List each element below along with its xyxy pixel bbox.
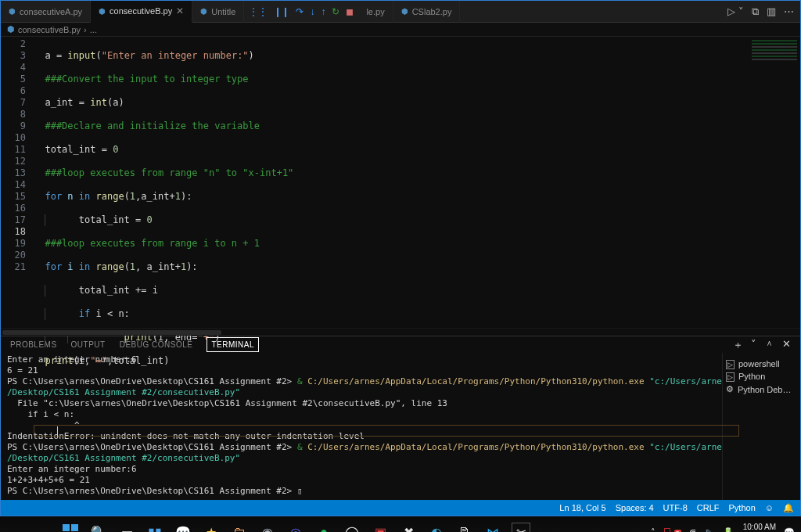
tab-label: Untitle (211, 7, 235, 16)
tab-label: le.py (366, 7, 384, 16)
tab-label: consecutiveA.py (20, 7, 82, 16)
breadcrumb[interactable]: ⬢ consecutiveB.py › ... (1, 23, 800, 37)
python-icon: ⬢ (401, 7, 408, 16)
tab-consecutiveA[interactable]: ⬢consecutiveA.py (1, 1, 91, 23)
minimap[interactable] (745, 37, 800, 328)
clock[interactable]: 10:00 AM1/24/2022 (742, 523, 777, 532)
tab-le[interactable]: le.py (358, 1, 393, 23)
maximize-panel-icon[interactable]: ＾ (764, 338, 774, 352)
breadcrumb-more: ... (90, 25, 97, 34)
current-line (34, 425, 739, 437)
editor[interactable]: 23456789101112131415161718192021 a = inp… (1, 37, 800, 328)
python-icon: ⬢ (200, 7, 207, 16)
restart-icon[interactable]: ↻ (332, 6, 339, 17)
tab-cslab2[interactable]: ⬢CSlab2.py (393, 1, 461, 23)
bell-icon[interactable]: 🔔 (783, 503, 794, 513)
code-area[interactable]: a = input("Enter an integer number:") ##… (34, 37, 745, 328)
line-gutter: 23456789101112131415161718192021 (1, 37, 34, 328)
tab-consecutiveB[interactable]: ⬢consecutiveB.py✕ (91, 1, 192, 23)
tab-label: CSlab2.py (412, 7, 452, 16)
breadcrumb-file: consecutiveB.py (18, 25, 81, 34)
chevron-right-icon: › (84, 25, 87, 34)
tab-untitled[interactable]: ⬢Untitle (192, 1, 244, 23)
python-icon: ⬢ (7, 24, 15, 34)
pause-icon[interactable]: ❙❙ (274, 6, 289, 17)
drag-handle-icon[interactable]: ⋮⋮ (249, 6, 268, 17)
python-icon: ⬢ (9, 7, 16, 16)
editor-tabs: ⬢consecutiveA.py ⬢consecutiveB.py✕ ⬢Unti… (1, 1, 800, 23)
python-icon: ⬢ (99, 7, 106, 16)
tab-label: consecutiveB.py (110, 6, 172, 16)
step-over-icon[interactable]: ↷ (296, 6, 304, 17)
step-out-icon[interactable]: ↑ (321, 6, 325, 17)
more-icon[interactable]: ⋯ (784, 5, 794, 18)
run-icon[interactable]: ▷ ˅ (727, 5, 744, 18)
feedback-icon[interactable]: ☺ (765, 503, 774, 512)
horizontal-scrollbar[interactable] (1, 328, 800, 336)
close-icon[interactable]: ✕ (176, 5, 184, 16)
editor-title-actions: ▷ ˅ ⧉ ▥ ⋯ (727, 5, 800, 18)
panel-icon[interactable]: ▥ (767, 5, 776, 18)
terminal-dropdown-icon[interactable]: ˅ (751, 338, 756, 352)
debug-toolbar: ⋮⋮ ❙❙ ↷ ↓ ↑ ↻ ◼ (244, 6, 358, 17)
step-into-icon[interactable]: ↓ (310, 6, 314, 17)
close-panel-icon[interactable]: ✕ (782, 338, 791, 352)
stop-icon[interactable]: ◼ (346, 6, 354, 17)
notifications-icon[interactable]: 💬 (784, 527, 795, 533)
split-icon[interactable]: ⧉ (752, 5, 759, 18)
